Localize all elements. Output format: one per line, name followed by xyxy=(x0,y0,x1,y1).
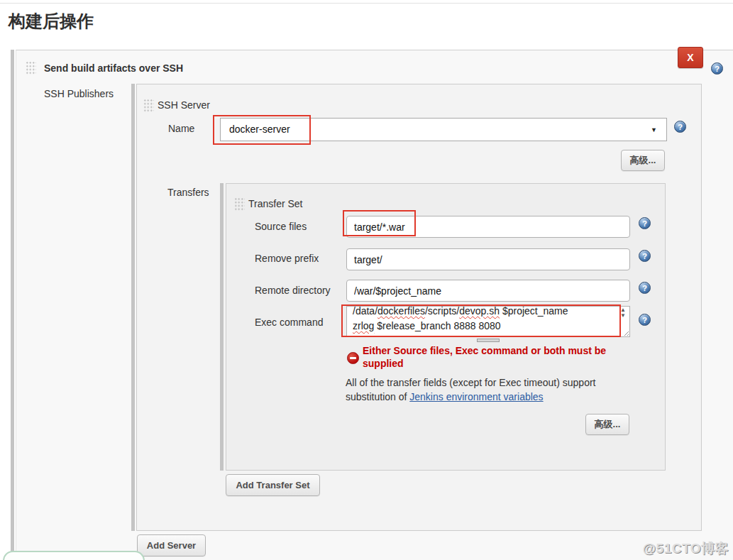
ssh-server-title: SSH Server xyxy=(158,99,210,111)
plugin-drag-strip[interactable] xyxy=(11,50,14,560)
transfer-note: All of the transfer fields (except for E… xyxy=(346,376,634,404)
tooltip-edge xyxy=(3,551,145,560)
drag-handle-icon[interactable] xyxy=(26,61,36,75)
remove-prefix-input[interactable] xyxy=(346,248,630,270)
top-divider xyxy=(0,3,733,4)
plugin-title: Send build artifacts over SSH xyxy=(44,62,183,74)
help-icon[interactable]: ? xyxy=(674,121,686,133)
question-glyph: ? xyxy=(642,252,647,260)
ssh-publishers-label: SSH Publishers xyxy=(44,88,114,99)
transfer-set-title: Transfer Set xyxy=(248,198,303,209)
exec-command-textarea[interactable]: /data/dockerfiles/scripts/devop.sh $proj… xyxy=(346,306,630,337)
page-title: 构建后操作 xyxy=(9,10,94,33)
help-icon[interactable]: ? xyxy=(639,282,651,294)
transfers-label: Transfers xyxy=(167,187,209,198)
advanced-button-transfer[interactable]: 高级... xyxy=(585,414,629,435)
help-icon[interactable]: ? xyxy=(639,217,651,229)
question-glyph: ? xyxy=(715,65,720,73)
question-glyph: ? xyxy=(642,316,647,324)
chevron-down-icon: ▼ xyxy=(651,126,657,133)
drag-handle-icon[interactable] xyxy=(234,197,245,211)
textarea-resize-handle[interactable] xyxy=(622,329,629,336)
add-transfer-set-button[interactable]: Add Transfer Set xyxy=(226,474,320,496)
help-icon[interactable]: ? xyxy=(639,250,651,262)
exec-command-text: /data/dockerfiles/scripts/devop.sh $proj… xyxy=(353,306,612,334)
textarea-stepper[interactable]: ▲ ▼ xyxy=(618,307,628,319)
validation-error-text: Either Source files, Exec command or bot… xyxy=(363,345,631,370)
stepper-down-icon: ▼ xyxy=(620,313,626,319)
source-files-label: Source files xyxy=(255,221,307,232)
question-glyph: ? xyxy=(642,284,647,292)
remove-prefix-label: Remove prefix xyxy=(255,253,319,264)
textarea-grow-bar[interactable] xyxy=(477,339,500,342)
drag-handle-icon[interactable] xyxy=(143,99,154,112)
remote-directory-label: Remote directory xyxy=(255,285,331,296)
remote-directory-input[interactable] xyxy=(346,280,630,302)
question-glyph: ? xyxy=(678,123,683,131)
add-server-button[interactable]: Add Server xyxy=(137,534,206,556)
transfer-set-drag-strip[interactable] xyxy=(220,183,224,471)
help-icon[interactable]: ? xyxy=(639,314,651,326)
error-icon xyxy=(347,352,359,364)
ssh-server-drag-strip[interactable] xyxy=(131,84,135,531)
question-glyph: ? xyxy=(642,219,647,228)
name-label: Name xyxy=(168,123,194,134)
source-files-input[interactable] xyxy=(346,216,630,238)
watermark: @51CTO博客 xyxy=(643,539,729,558)
help-icon[interactable]: ? xyxy=(711,62,723,75)
exec-command-label: Exec command xyxy=(255,317,323,328)
selected-server-name: docker-server xyxy=(229,119,290,141)
jenkins-env-vars-link[interactable]: Jenkins environment variables xyxy=(409,391,543,402)
delete-plugin-button[interactable]: X xyxy=(678,47,703,68)
advanced-button-server[interactable]: 高级... xyxy=(621,150,665,171)
ssh-server-name-select[interactable]: docker-server ▼ xyxy=(220,118,667,141)
